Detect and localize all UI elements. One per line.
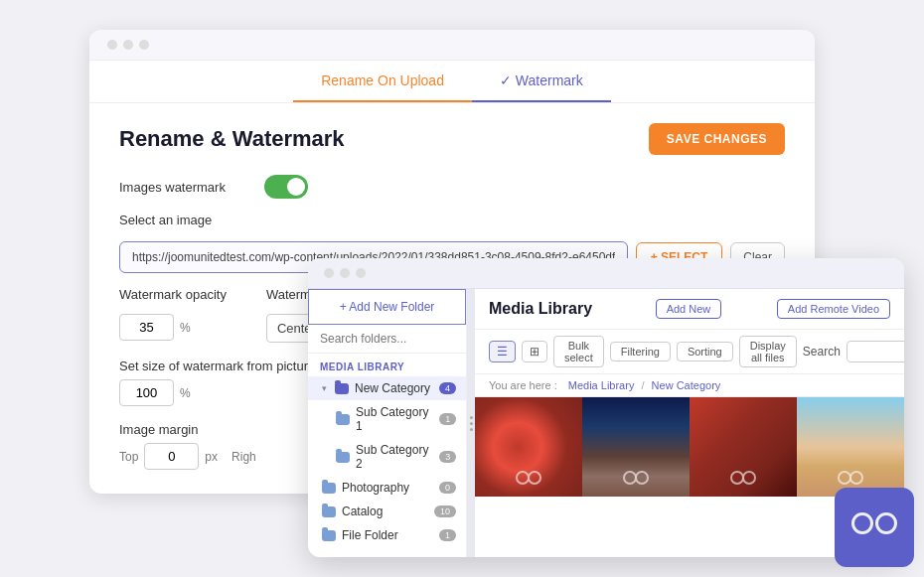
watermark-overlay-beach — [838, 471, 863, 489]
save-button[interactable]: SAVE CHANGES — [649, 123, 785, 155]
breadcrumb-sep: / — [641, 379, 647, 391]
select-image-label: Select an image — [119, 213, 248, 227]
breadcrumb-current: New Category — [652, 379, 721, 391]
resize-dots — [470, 416, 473, 431]
resize-dot-2 — [470, 422, 473, 425]
media-title: Media Library — [489, 300, 592, 318]
folder-badge-file-folder: 1 — [439, 529, 456, 541]
top-label: Top — [119, 450, 138, 464]
folder-icon-photography — [322, 483, 336, 494]
opacity-left-group: Watermark opacity % — [119, 287, 227, 343]
media-library-text: MEDIA LIBRARY — [320, 361, 404, 372]
cc-right-mountain — [635, 471, 649, 485]
folder-badge-photography: 0 — [439, 482, 456, 494]
chevron-icon: ▾ — [322, 383, 327, 393]
media-dot-1 — [324, 268, 334, 278]
folder-item-sub1[interactable]: Sub Category 1 1 — [308, 400, 466, 438]
image-cell-temple[interactable] — [690, 397, 797, 497]
folder-icon-catalog — [322, 506, 336, 517]
opacity-input[interactable] — [119, 314, 174, 341]
resize-dot-1 — [470, 416, 473, 419]
folder-item-new-category[interactable]: ▾ New Category 4 — [308, 376, 466, 400]
top-input[interactable] — [144, 443, 199, 470]
folder-item-file-folder[interactable]: File Folder 1 — [308, 523, 466, 547]
brand-logo — [835, 488, 914, 567]
folder-badge-catalog: 10 — [434, 505, 456, 517]
filtering-button[interactable]: Filtering — [610, 342, 671, 361]
opacity-unit: % — [180, 321, 191, 335]
image-cell-mountain[interactable] — [582, 397, 690, 497]
search-folders-input[interactable] — [308, 325, 466, 354]
resize-handle[interactable] — [467, 289, 475, 557]
tab-rename[interactable]: Rename On Upload — [293, 61, 472, 102]
sorting-button[interactable]: Sorting — [677, 342, 733, 361]
folder-badge-sub2: 3 — [439, 451, 456, 463]
search-label: Search — [803, 345, 841, 359]
folder-item-sub2[interactable]: Sub Category 2 3 — [308, 438, 466, 476]
folder-item-catalog[interactable]: Catalog 10 — [308, 500, 466, 523]
top-unit: px — [205, 450, 218, 464]
folder-name-file-folder: File Folder — [342, 528, 398, 542]
tab-watermark[interactable]: ✓ Watermark — [472, 61, 611, 102]
folder-name-sub2: Sub Category 2 — [356, 443, 433, 471]
watermark-overlay-apples — [516, 471, 541, 489]
media-toolbar: ☰ ⊞ Bulk select Filtering Sorting Displa… — [475, 330, 904, 374]
breadcrumb-library[interactable]: Media Library — [568, 379, 635, 391]
watermark-overlay-mountain — [623, 471, 649, 489]
media-panel: + Add New Folder MEDIA LIBRARY ▾ New Cat… — [308, 258, 904, 557]
add-folder-button[interactable]: + Add New Folder — [308, 289, 466, 325]
logo-icon — [851, 512, 897, 542]
folder-name-sub1: Sub Category 1 — [356, 405, 433, 433]
opacity-left-label: Watermark opacity — [119, 287, 227, 302]
images-watermark-row: Images watermark — [119, 175, 785, 199]
window-dot-2 — [123, 40, 133, 50]
folder-icon-file-folder — [322, 530, 336, 541]
folder-icon-new-category — [335, 383, 349, 394]
media-panel-header — [308, 258, 904, 289]
right-label: Righ — [231, 450, 256, 464]
toggle-thumb — [287, 178, 305, 196]
cc-right-apples — [528, 471, 541, 485]
size-input[interactable] — [119, 379, 174, 406]
toggle-track — [264, 175, 308, 199]
media-dot-3 — [356, 268, 366, 278]
add-remote-button[interactable]: Add Remote Video — [777, 299, 890, 319]
folder-icon-sub2 — [336, 452, 350, 463]
display-files-button[interactable]: Display all files — [739, 336, 797, 367]
cc-right-beach — [849, 471, 863, 485]
add-new-button[interactable]: Add New — [656, 299, 722, 319]
tab-rename-label: Rename On Upload — [321, 72, 444, 88]
breadcrumb: You are here : Media Library / New Categ… — [475, 374, 904, 397]
folder-name-catalog: Catalog — [342, 505, 383, 518]
media-library-section-label: MEDIA LIBRARY — [308, 354, 466, 376]
title-row: Rename & Watermark SAVE CHANGES — [119, 123, 785, 155]
search-input[interactable] — [847, 341, 904, 362]
folder-badge-sub1: 1 — [439, 413, 456, 425]
watermark-toggle[interactable] — [264, 175, 308, 199]
top-margin-item: Top px — [119, 443, 218, 470]
images-watermark-label: Images watermark — [119, 180, 248, 195]
folder-badge-new-category: 4 — [439, 382, 456, 394]
bulk-select-button[interactable]: Bulk select — [553, 336, 604, 367]
window-dot-1 — [107, 40, 117, 50]
size-unit: % — [180, 386, 191, 400]
tab-watermark-label: ✓ Watermark — [500, 72, 583, 88]
logo-circle-right — [875, 512, 897, 534]
folder-icon-sub1 — [336, 414, 350, 425]
folder-item-photography[interactable]: Photography 0 — [308, 476, 466, 500]
media-dot-2 — [340, 268, 350, 278]
image-cell-apples[interactable] — [475, 397, 582, 497]
window-dot-3 — [139, 40, 149, 50]
breadcrumb-base: You are here : — [489, 379, 557, 391]
media-body: + Add New Folder MEDIA LIBRARY ▾ New Cat… — [308, 289, 904, 557]
right-margin-item: Righ — [231, 450, 256, 464]
opacity-input-row: % — [119, 314, 227, 341]
image-cell-beach[interactable] — [797, 397, 904, 497]
resize-dot-3 — [470, 428, 473, 431]
folder-name-photography: Photography — [342, 481, 409, 495]
watermark-overlay-temple — [730, 471, 756, 489]
list-view-button[interactable]: ☰ — [489, 341, 516, 362]
folder-name-new-category: New Category — [355, 381, 430, 395]
grid-view-button[interactable]: ⊞ — [522, 341, 547, 362]
page-title: Rename & Watermark — [119, 126, 345, 152]
